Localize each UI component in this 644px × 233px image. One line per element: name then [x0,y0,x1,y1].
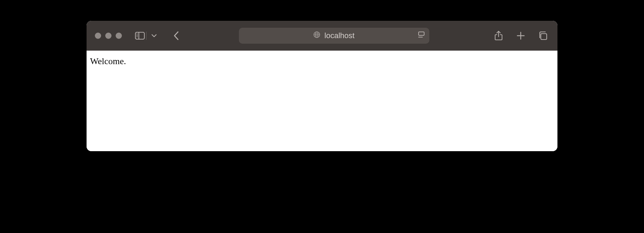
addressbar[interactable]: localhost [239,28,429,44]
globe-icon [313,31,320,40]
browser-window: localhost [87,21,557,151]
addressbar-container: localhost [185,28,483,44]
tab-group-dropdown-button[interactable] [148,29,160,42]
maximize-window-button[interactable] [116,33,122,39]
close-window-button[interactable] [95,33,101,39]
sidebar-controls [134,29,160,42]
sidebar-toggle-button[interactable] [134,29,146,42]
addressbar-host: localhost [324,31,355,40]
svg-rect-8 [419,32,424,35]
sidebar-icon [135,32,145,40]
reader-mode-button[interactable] [418,31,425,40]
titlebar: localhost [87,21,557,51]
svg-rect-13 [541,34,547,40]
minimize-window-button[interactable] [105,33,111,39]
share-icon [495,31,502,41]
navigation-controls [170,29,182,42]
window-controls [95,33,122,39]
share-button[interactable] [492,29,505,42]
chevron-down-icon [151,34,157,38]
plus-icon [517,32,525,40]
new-tab-button[interactable] [515,29,527,42]
right-toolbar [492,29,549,42]
tab-overview-button[interactable] [537,29,549,42]
toolbar-divider [146,32,146,40]
svg-rect-0 [135,32,144,39]
tabs-icon [538,31,547,40]
chevron-left-icon [173,31,179,41]
page-body-text: Welcome. [90,56,126,66]
page-content: Welcome. [87,51,557,151]
back-button[interactable] [170,29,182,42]
